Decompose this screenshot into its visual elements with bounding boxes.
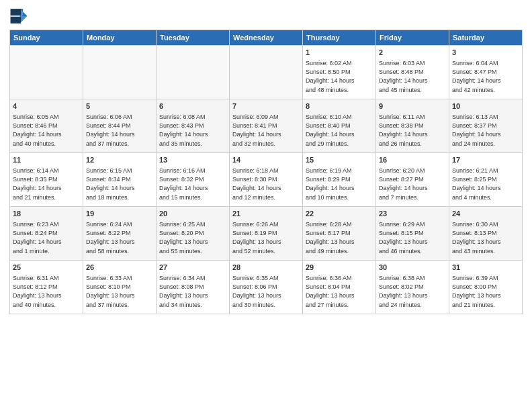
weekday-header-wednesday: Wednesday [230, 30, 303, 46]
calendar-day-cell: 29Sunrise: 6:36 AM Sunset: 8:04 PM Dayli… [303, 261, 376, 314]
day-info: Sunrise: 6:20 AM Sunset: 8:27 PM Dayligh… [379, 167, 446, 201]
day-info: Sunrise: 6:08 AM Sunset: 8:43 PM Dayligh… [159, 113, 226, 148]
calendar-day-cell: 22Sunrise: 6:28 AM Sunset: 8:17 PM Dayli… [303, 207, 376, 261]
day-info: Sunrise: 6:25 AM Sunset: 8:20 PM Dayligh… [159, 220, 226, 255]
calendar-day-cell: 16Sunrise: 6:20 AM Sunset: 8:27 PM Dayli… [376, 153, 449, 207]
calendar-day-cell: 1Sunrise: 6:02 AM Sunset: 8:50 PM Daylig… [303, 46, 376, 99]
day-info: Sunrise: 6:05 AM Sunset: 8:46 PM Dayligh… [13, 113, 80, 148]
day-number: 16 [379, 155, 446, 165]
calendar-day-cell [230, 46, 303, 99]
calendar-week-2: 4Sunrise: 6:05 AM Sunset: 8:46 PM Daylig… [10, 99, 523, 153]
header [9, 7, 523, 26]
calendar-day-cell: 8Sunrise: 6:10 AM Sunset: 8:40 PM Daylig… [303, 99, 376, 153]
day-info: Sunrise: 6:29 AM Sunset: 8:15 PM Dayligh… [379, 220, 446, 255]
day-number: 9 [379, 101, 446, 111]
day-number: 15 [306, 155, 373, 165]
calendar-day-cell: 6Sunrise: 6:08 AM Sunset: 8:43 PM Daylig… [157, 99, 230, 153]
weekday-header-tuesday: Tuesday [157, 30, 230, 46]
calendar-day-cell: 23Sunrise: 6:29 AM Sunset: 8:15 PM Dayli… [376, 207, 449, 261]
day-number: 18 [13, 209, 80, 219]
calendar: SundayMondayTuesdayWednesdayThursdayFrid… [9, 30, 523, 314]
weekday-header-sunday: Sunday [10, 30, 83, 46]
weekday-header-friday: Friday [376, 30, 449, 46]
calendar-week-1: 1Sunrise: 6:02 AM Sunset: 8:50 PM Daylig… [10, 46, 523, 99]
day-info: Sunrise: 6:03 AM Sunset: 8:48 PM Dayligh… [379, 59, 446, 94]
calendar-day-cell: 28Sunrise: 6:35 AM Sunset: 8:06 PM Dayli… [230, 261, 303, 314]
weekday-header-monday: Monday [83, 30, 157, 46]
day-info: Sunrise: 6:23 AM Sunset: 8:24 PM Dayligh… [13, 220, 80, 255]
day-number: 14 [232, 155, 300, 165]
calendar-day-cell: 4Sunrise: 6:05 AM Sunset: 8:46 PM Daylig… [10, 99, 83, 153]
calendar-day-cell: 3Sunrise: 6:04 AM Sunset: 8:47 PM Daylig… [449, 46, 523, 99]
calendar-day-cell: 11Sunrise: 6:14 AM Sunset: 8:35 PM Dayli… [10, 153, 83, 207]
day-number: 10 [452, 101, 519, 111]
calendar-day-cell: 5Sunrise: 6:06 AM Sunset: 8:44 PM Daylig… [83, 99, 157, 153]
day-number: 3 [452, 48, 519, 58]
calendar-day-cell: 12Sunrise: 6:15 AM Sunset: 8:34 PM Dayli… [83, 153, 157, 207]
calendar-day-cell: 27Sunrise: 6:34 AM Sunset: 8:08 PM Dayli… [157, 261, 230, 314]
day-info: Sunrise: 6:06 AM Sunset: 8:44 PM Dayligh… [86, 113, 153, 148]
calendar-day-cell: 21Sunrise: 6:26 AM Sunset: 8:19 PM Dayli… [230, 207, 303, 261]
calendar-day-cell: 15Sunrise: 6:19 AM Sunset: 8:29 PM Dayli… [303, 153, 376, 207]
calendar-day-cell: 2Sunrise: 6:03 AM Sunset: 8:48 PM Daylig… [376, 46, 449, 99]
calendar-day-cell [157, 46, 230, 99]
day-number: 20 [159, 209, 226, 219]
day-info: Sunrise: 6:16 AM Sunset: 8:32 PM Dayligh… [159, 167, 226, 201]
day-info: Sunrise: 6:18 AM Sunset: 8:30 PM Dayligh… [232, 167, 300, 201]
calendar-day-cell: 14Sunrise: 6:18 AM Sunset: 8:30 PM Dayli… [230, 153, 303, 207]
day-number: 24 [452, 209, 519, 219]
day-number: 26 [86, 263, 153, 273]
day-info: Sunrise: 6:24 AM Sunset: 8:22 PM Dayligh… [86, 220, 153, 255]
calendar-day-cell: 30Sunrise: 6:38 AM Sunset: 8:02 PM Dayli… [376, 261, 449, 314]
day-info: Sunrise: 6:21 AM Sunset: 8:25 PM Dayligh… [452, 167, 519, 201]
logo [9, 7, 31, 26]
calendar-day-cell: 17Sunrise: 6:21 AM Sunset: 8:25 PM Dayli… [449, 153, 523, 207]
calendar-header: SundayMondayTuesdayWednesdayThursdayFrid… [10, 30, 523, 46]
day-info: Sunrise: 6:36 AM Sunset: 8:04 PM Dayligh… [306, 274, 373, 309]
calendar-day-cell: 13Sunrise: 6:16 AM Sunset: 8:32 PM Dayli… [157, 153, 230, 207]
day-number: 27 [159, 263, 226, 273]
day-number: 12 [86, 155, 153, 165]
day-number: 5 [86, 101, 153, 111]
day-info: Sunrise: 6:26 AM Sunset: 8:19 PM Dayligh… [232, 220, 300, 255]
day-info: Sunrise: 6:02 AM Sunset: 8:50 PM Dayligh… [306, 59, 373, 94]
day-info: Sunrise: 6:15 AM Sunset: 8:34 PM Dayligh… [86, 167, 153, 201]
day-number: 7 [232, 101, 300, 111]
calendar-day-cell [10, 46, 83, 99]
day-info: Sunrise: 6:31 AM Sunset: 8:12 PM Dayligh… [13, 274, 80, 309]
day-number: 8 [306, 101, 373, 111]
day-number: 11 [13, 155, 80, 165]
day-number: 19 [86, 209, 153, 219]
svg-rect-3 [11, 9, 21, 15]
day-info: Sunrise: 6:11 AM Sunset: 8:38 PM Dayligh… [379, 113, 446, 148]
calendar-day-cell: 10Sunrise: 6:13 AM Sunset: 8:37 PM Dayli… [449, 99, 523, 153]
calendar-day-cell: 7Sunrise: 6:09 AM Sunset: 8:41 PM Daylig… [230, 99, 303, 153]
calendar-day-cell: 26Sunrise: 6:33 AM Sunset: 8:10 PM Dayli… [83, 261, 157, 314]
calendar-day-cell: 18Sunrise: 6:23 AM Sunset: 8:24 PM Dayli… [10, 207, 83, 261]
calendar-week-3: 11Sunrise: 6:14 AM Sunset: 8:35 PM Dayli… [10, 153, 523, 207]
calendar-day-cell: 24Sunrise: 6:30 AM Sunset: 8:13 PM Dayli… [449, 207, 523, 261]
calendar-day-cell: 31Sunrise: 6:39 AM Sunset: 8:00 PM Dayli… [449, 261, 523, 314]
calendar-week-4: 18Sunrise: 6:23 AM Sunset: 8:24 PM Dayli… [10, 207, 523, 261]
day-number: 31 [452, 263, 519, 273]
weekday-header-saturday: Saturday [449, 30, 523, 46]
day-info: Sunrise: 6:30 AM Sunset: 8:13 PM Dayligh… [452, 220, 519, 255]
calendar-day-cell: 25Sunrise: 6:31 AM Sunset: 8:12 PM Dayli… [10, 261, 83, 314]
day-number: 23 [379, 209, 446, 219]
svg-rect-4 [11, 17, 21, 24]
day-number: 13 [159, 155, 226, 165]
day-info: Sunrise: 6:35 AM Sunset: 8:06 PM Dayligh… [232, 274, 300, 309]
day-number: 25 [13, 263, 80, 273]
day-info: Sunrise: 6:28 AM Sunset: 8:17 PM Dayligh… [306, 220, 373, 255]
calendar-day-cell: 19Sunrise: 6:24 AM Sunset: 8:22 PM Dayli… [83, 207, 157, 261]
day-number: 30 [379, 263, 446, 273]
day-info: Sunrise: 6:33 AM Sunset: 8:10 PM Dayligh… [86, 274, 153, 309]
day-number: 6 [159, 101, 226, 111]
day-info: Sunrise: 6:39 AM Sunset: 8:00 PM Dayligh… [452, 274, 519, 309]
day-info: Sunrise: 6:09 AM Sunset: 8:41 PM Dayligh… [232, 113, 300, 148]
day-info: Sunrise: 6:13 AM Sunset: 8:37 PM Dayligh… [452, 113, 519, 148]
day-number: 28 [232, 263, 300, 273]
day-number: 29 [306, 263, 373, 273]
day-info: Sunrise: 6:34 AM Sunset: 8:08 PM Dayligh… [159, 274, 226, 309]
calendar-day-cell [83, 46, 157, 99]
